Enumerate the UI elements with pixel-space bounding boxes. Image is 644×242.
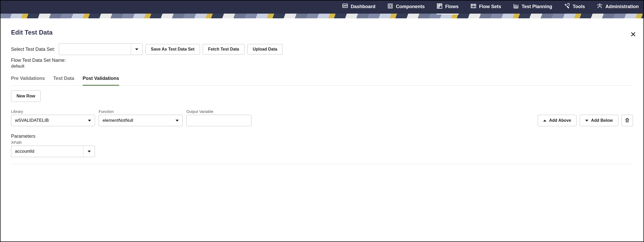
nav-label: Dashboard: [351, 4, 376, 9]
nav-components[interactable]: Components: [387, 0, 425, 14]
svg-rect-1: [388, 4, 392, 8]
divider: [11, 164, 633, 164]
upload-data-button[interactable]: Upload Data: [247, 44, 283, 54]
nav-label: Flow Sets: [479, 4, 501, 9]
add-above-button[interactable]: Add Above: [538, 115, 577, 126]
xpath-combobox[interactable]: [11, 146, 95, 157]
tab-test-data[interactable]: Test Data: [53, 74, 74, 86]
trash-icon: [625, 118, 630, 124]
nav-label: Administration: [605, 4, 639, 9]
fetch-test-data-button[interactable]: Fetch Test Data: [203, 44, 245, 54]
flow-sets-icon: [470, 3, 477, 10]
top-nav: Dashboard Components Flows Flow Sets Tes…: [1, 1, 643, 14]
delete-row-button[interactable]: [621, 115, 633, 126]
flows-icon: [436, 3, 443, 10]
function-value: elementNotNull: [103, 118, 133, 123]
flow-set-name-value: default: [11, 64, 633, 69]
tab-bar: Pre Validations Test Data Post Validatio…: [11, 74, 633, 86]
close-icon: ✕: [630, 30, 636, 38]
components-icon: [387, 3, 393, 10]
nav-label: Tools: [573, 4, 585, 9]
caret-up-icon: [543, 120, 546, 122]
svg-rect-6: [438, 6, 439, 8]
output-variable-label: Output Variable: [186, 109, 251, 114]
output-variable-input[interactable]: [186, 115, 251, 126]
chevron-down-icon: [88, 151, 91, 152]
dataset-combobox[interactable]: [59, 43, 143, 55]
svg-rect-7: [471, 4, 476, 8]
test-planning-icon: [513, 3, 519, 10]
nav-test-planning[interactable]: Test Planning: [513, 0, 552, 14]
row-actions: Add Above Add Below: [538, 115, 633, 126]
library-select[interactable]: wSVALIDATELIB: [11, 115, 95, 126]
chevron-down-icon: [88, 120, 91, 122]
page-title: Edit Test Data: [11, 29, 633, 36]
svg-point-8: [599, 4, 600, 6]
library-value: wSVALIDATELIB: [15, 118, 49, 123]
select-dataset-label: Select Test Data Set:: [11, 47, 55, 52]
caret-down-icon: [585, 120, 588, 122]
xpath-dropdown-toggle[interactable]: [83, 146, 95, 157]
chevron-down-icon: [135, 48, 138, 50]
administration-icon: [597, 3, 603, 10]
xpath-label: XPath: [11, 140, 95, 145]
dashboard-icon: [342, 3, 348, 10]
save-as-button[interactable]: Save As Test Data Set: [145, 44, 200, 54]
nav-administration[interactable]: Administration: [597, 0, 639, 14]
nav-tools[interactable]: Tools: [564, 0, 585, 14]
function-select[interactable]: elementNotNull: [99, 115, 183, 126]
flow-set-name-label: Flow Test Data Set Name:: [11, 58, 633, 63]
add-below-label: Add Below: [591, 118, 613, 123]
main-content: ✕ Edit Test Data Select Test Data Set: S…: [1, 18, 643, 167]
dataset-row: Select Test Data Set: Save As Test Data …: [11, 43, 633, 55]
parameters-heading: Parameters: [11, 134, 633, 139]
svg-rect-5: [440, 4, 441, 6]
new-row-button[interactable]: New Row: [11, 90, 41, 102]
chevron-down-icon: [176, 120, 179, 122]
tab-pre-validations[interactable]: Pre Validations: [11, 74, 45, 86]
dataset-dropdown-toggle[interactable]: [131, 44, 142, 55]
add-below-button[interactable]: Add Below: [580, 115, 618, 126]
nav-flow-sets[interactable]: Flow Sets: [470, 0, 501, 14]
tools-icon: [564, 3, 570, 10]
function-label: Function: [99, 109, 183, 114]
nav-dashboard[interactable]: Dashboard: [342, 0, 376, 14]
add-above-label: Add Above: [549, 118, 571, 123]
nav-flows[interactable]: Flows: [436, 0, 459, 14]
nav-label: Flows: [445, 4, 459, 9]
nav-label: Components: [396, 4, 425, 9]
library-label: Library: [11, 109, 95, 114]
close-button[interactable]: ✕: [630, 31, 636, 38]
xpath-input[interactable]: [11, 146, 83, 157]
svg-rect-4: [438, 4, 439, 6]
dataset-input[interactable]: [59, 44, 131, 55]
tab-post-validations[interactable]: Post Validations: [83, 74, 119, 86]
svg-rect-2: [389, 5, 391, 7]
nav-label: Test Planning: [522, 4, 552, 9]
validation-row: Library wSVALIDATELIB Function elementNo…: [11, 109, 633, 126]
